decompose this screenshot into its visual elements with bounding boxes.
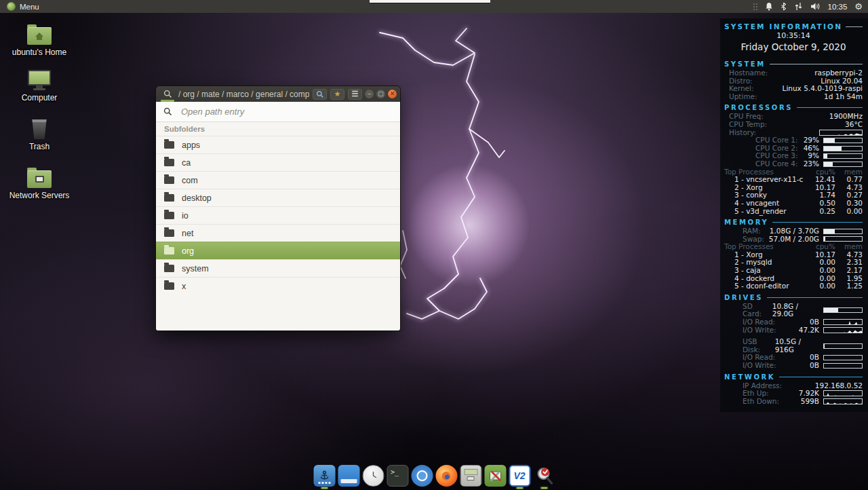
dock-item-firefox[interactable] (435, 465, 458, 489)
folder-label: com (182, 176, 198, 185)
conky-title: SYSTEM INFORMATION (724, 22, 842, 31)
list-item-x[interactable]: x (156, 277, 400, 295)
section-drives: DRIVES (724, 294, 763, 301)
settings-gear-icon[interactable]: ⚙ (854, 2, 863, 11)
conky-date: Friday October 9, 2020 (724, 41, 863, 52)
info-value: 36°C (845, 121, 863, 129)
folder-label: desktop (182, 193, 212, 203)
close-button[interactable]: ✕ (388, 90, 397, 98)
list-item-system[interactable]: system (156, 259, 400, 277)
volume-icon[interactable] (810, 2, 821, 11)
dock-item-cabinet[interactable] (460, 465, 482, 489)
section-memory: MEMORY (724, 219, 768, 226)
dock-item-magnifier[interactable] (533, 465, 555, 489)
process-cpu: 0.00 (806, 267, 835, 275)
panel-clock[interactable]: 10:35 (828, 3, 848, 11)
process-mem: 0.00 (835, 208, 863, 216)
anchor-app-icon (313, 465, 335, 487)
titlebar[interactable]: / org / mate / marco / general / comp...… (156, 86, 400, 102)
info-label: Eth Down: (724, 398, 779, 406)
info-value: 599B (801, 398, 819, 406)
dock-item-clock[interactable] (362, 465, 384, 489)
terminal-icon: >_ (387, 465, 408, 487)
desktop-icon-home[interactable]: ubuntu's Home (12, 24, 66, 57)
core-bar (823, 153, 863, 159)
dock-item-anchor[interactable] (313, 465, 336, 489)
dock-item-tools[interactable] (484, 465, 507, 489)
info-value: 1.08G / 3.70G (770, 227, 819, 235)
section-header: Subfolders (156, 122, 400, 136)
info-value: 0B (810, 318, 819, 326)
usb-read-bar (823, 355, 863, 360)
process-cpu: 0.25 (806, 208, 835, 216)
core-label: CPU Core 1: (724, 136, 798, 145)
menu-label: Menu (20, 3, 39, 11)
vnc-viewer-icon: V2 (509, 465, 530, 487)
desktop-icon-network[interactable]: Network Servers (9, 168, 70, 200)
list-item-com[interactable]: com (156, 171, 400, 189)
minimize-button[interactable]: – (365, 90, 374, 98)
desktop-icon-label: Computer (22, 93, 58, 102)
desktop-icon-label: ubuntu's Home (12, 48, 66, 57)
desktop-icon-column: ubuntu's Home Computer Trash Network Ser… (8, 20, 71, 200)
info-label: RAM: (724, 227, 761, 235)
info-value: 192.168.0.52 (815, 382, 863, 390)
path-entry-row[interactable] (156, 102, 400, 122)
file-cabinet-icon (460, 465, 481, 487)
desktop-icon-label: Network Servers (9, 191, 70, 200)
running-indicator (540, 487, 547, 489)
section-processors: PROCESSORS (724, 104, 793, 111)
process-mem: 1.25 (835, 282, 863, 290)
list-item-desktop[interactable]: desktop (156, 189, 400, 206)
info-value: 47.2K (799, 326, 819, 335)
folder-label: x (182, 282, 186, 291)
desktop-icon-computer[interactable]: Computer (22, 70, 58, 102)
path-search-tab[interactable] (160, 86, 175, 102)
bluetooth-icon[interactable] (781, 2, 787, 11)
hamburger-menu-button[interactable]: ☰ (348, 89, 362, 100)
network-updown-icon[interactable] (794, 2, 803, 11)
conky-system-monitor: SYSTEM INFORMATION 10:35:14 Friday Octob… (720, 18, 868, 412)
core-bar (823, 162, 863, 167)
list-item-net[interactable]: net (156, 224, 400, 242)
menu-button[interactable]: Menu (0, 0, 46, 13)
swap-bar (823, 236, 863, 242)
hamburger-icon: ☰ (352, 90, 359, 98)
process-name: 5 - dconf-editor (724, 282, 789, 290)
dock-item-chromium[interactable] (411, 465, 433, 489)
dock-item-vnc[interactable]: V2 (509, 465, 531, 489)
system-tools-icon (484, 465, 506, 487)
info-label: History: (724, 129, 756, 137)
list-item-io[interactable]: io (156, 206, 400, 224)
info-label: USB Disk: (724, 338, 775, 354)
desktop-icon-trash[interactable]: Trash (29, 117, 50, 151)
eth-down-graph (823, 398, 863, 404)
running-indicator (516, 487, 523, 489)
search-button[interactable] (313, 89, 327, 100)
dock-item-terminal[interactable]: >_ (387, 465, 409, 489)
core-bar (823, 146, 863, 151)
breadcrumb[interactable]: / org / mate / marco / general / comp...… (178, 90, 309, 99)
maximize-button[interactable]: ▢ (376, 90, 385, 98)
tray-grip-handle[interactable] (753, 3, 757, 10)
list-item-org-selected[interactable]: org (156, 242, 400, 259)
folder-list: Subfolders apps ca com desktop io net or… (156, 122, 400, 331)
desktop-icon-label: Trash (29, 142, 50, 151)
workspace-window-icon (338, 465, 359, 487)
vnc-logo-text: V2 (513, 470, 525, 481)
star-icon: ★ (334, 90, 341, 98)
dock-item-workspace[interactable] (338, 465, 360, 489)
section-system: SYSTEM (724, 60, 766, 68)
search-icon (163, 107, 172, 116)
path-entry-input[interactable] (181, 107, 371, 117)
folder-icon (164, 176, 174, 184)
mate-menu-icon (7, 2, 16, 11)
trash-icon (31, 119, 47, 139)
usb-write-bar (823, 363, 863, 369)
bookmarks-button[interactable]: ★ (330, 89, 344, 100)
usb-bar (823, 343, 863, 349)
notifications-bell-icon[interactable] (765, 2, 773, 11)
list-item-ca[interactable]: ca (156, 153, 400, 171)
process-mem: 0.77 (835, 176, 863, 184)
list-item-apps[interactable]: apps (156, 136, 400, 153)
